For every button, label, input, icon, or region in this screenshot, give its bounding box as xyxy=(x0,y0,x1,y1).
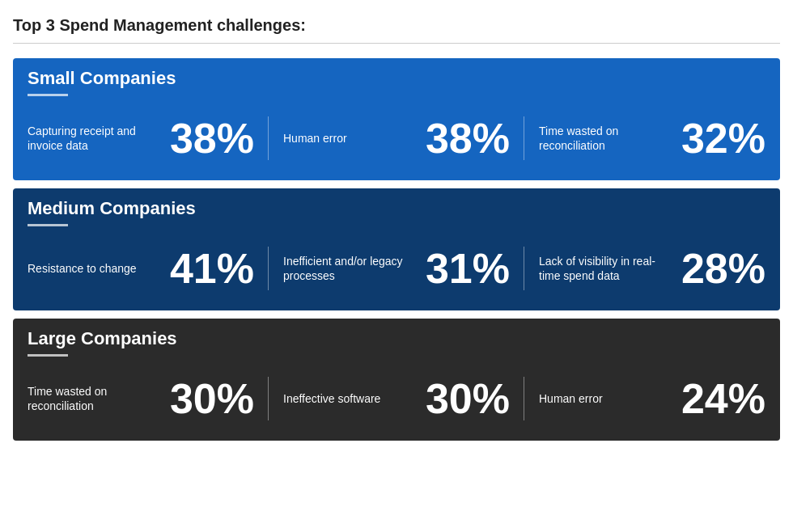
stat-item-medium-2: Lack of visibility in real-time spend da… xyxy=(524,241,780,296)
stat-label-large-1: Ineffective software xyxy=(283,391,426,406)
stat-item-large-2: Human error24% xyxy=(524,371,780,426)
stat-label-small-2: Time wasted on reconciliation xyxy=(539,124,681,153)
page-container: Top 3 Spend Management challenges: Small… xyxy=(13,16,780,441)
stat-item-small-1: Human error38% xyxy=(269,111,524,166)
section-large-stats-row: Time wasted on reconciliation30%Ineffect… xyxy=(13,363,780,441)
stat-label-medium-2: Lack of visibility in real-time spend da… xyxy=(539,254,681,283)
stat-item-medium-0: Resistance to change41% xyxy=(13,241,269,296)
section-large-underline xyxy=(28,354,68,357)
section-small: Small CompaniesCapturing receipt and inv… xyxy=(13,58,780,180)
stat-value-small-1: 38% xyxy=(426,117,510,159)
stat-item-small-0: Capturing receipt and invoice data38% xyxy=(13,111,269,166)
stat-item-large-0: Time wasted on reconciliation30% xyxy=(13,371,269,426)
section-medium: Medium CompaniesResistance to change41%I… xyxy=(13,188,780,310)
stat-value-medium-0: 41% xyxy=(170,247,254,289)
stat-value-medium-1: 31% xyxy=(426,247,510,289)
section-small-header: Small Companies xyxy=(13,58,780,103)
stat-label-large-0: Time wasted on reconciliation xyxy=(28,384,170,413)
stat-label-small-0: Capturing receipt and invoice data xyxy=(28,124,170,153)
stat-value-large-1: 30% xyxy=(426,378,510,420)
section-large-title: Large Companies xyxy=(28,328,765,349)
stat-label-small-1: Human error xyxy=(283,131,426,146)
section-medium-header: Medium Companies xyxy=(13,188,780,233)
stat-item-large-1: Ineffective software30% xyxy=(269,371,524,426)
page-title: Top 3 Spend Management challenges: xyxy=(13,16,780,44)
stat-value-large-0: 30% xyxy=(170,378,254,420)
section-large-header: Large Companies xyxy=(13,319,780,363)
stat-item-small-2: Time wasted on reconciliation32% xyxy=(524,111,780,166)
stat-label-large-2: Human error xyxy=(539,391,681,406)
stat-label-medium-1: Inefficient and/or legacy processes xyxy=(283,254,426,283)
sections-container: Small CompaniesCapturing receipt and inv… xyxy=(13,58,780,441)
section-small-underline xyxy=(28,94,68,96)
section-medium-underline xyxy=(28,224,68,226)
section-medium-stats-row: Resistance to change41%Inefficient and/o… xyxy=(13,233,780,310)
section-small-title: Small Companies xyxy=(28,68,765,89)
stat-label-medium-0: Resistance to change xyxy=(28,261,170,276)
stat-value-large-2: 24% xyxy=(681,378,765,420)
section-medium-title: Medium Companies xyxy=(28,198,765,219)
section-large: Large CompaniesTime wasted on reconcilia… xyxy=(13,319,780,441)
section-small-stats-row: Capturing receipt and invoice data38%Hum… xyxy=(13,103,780,180)
stat-value-small-2: 32% xyxy=(681,117,765,159)
stat-value-small-0: 38% xyxy=(170,117,254,159)
stat-value-medium-2: 28% xyxy=(681,247,765,289)
stat-item-medium-1: Inefficient and/or legacy processes31% xyxy=(269,241,524,296)
